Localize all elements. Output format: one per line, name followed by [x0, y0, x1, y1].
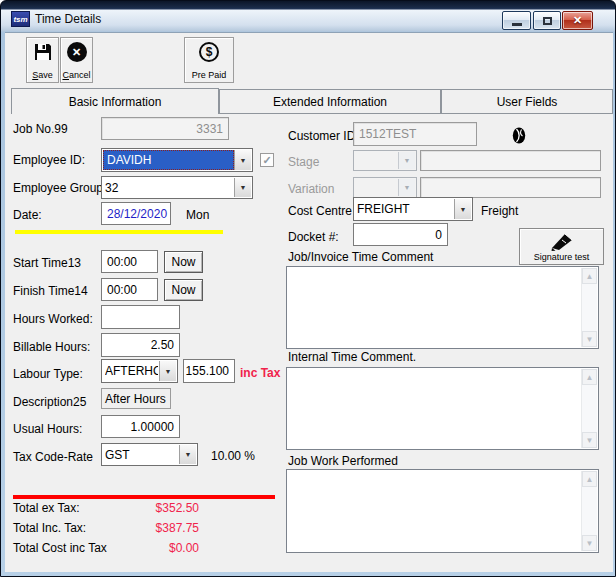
total-ex-tax-label: Total ex Tax: [13, 501, 79, 515]
labour-type-combobox[interactable]: AFTERHOU ▼ [101, 359, 178, 383]
stage-combobox: ▼ [353, 150, 417, 171]
close-icon: ✕ [573, 14, 582, 27]
finish-time-label: Finish Time14 [13, 284, 88, 298]
employee-group-dropdown-button[interactable]: ▼ [234, 178, 251, 197]
start-time-label: Start Time13 [13, 256, 81, 270]
scroll-down-icon[interactable]: ▼ [582, 432, 597, 448]
signature-test-label: Signature test [534, 252, 590, 262]
cancel-x-icon: ✕ [67, 42, 87, 62]
signature-pen-icon [551, 232, 573, 251]
employee-group-label: Employee Group [13, 181, 103, 195]
minimize-icon [512, 23, 522, 26]
description-label: Description25 [13, 395, 86, 409]
prepaid-label: Pre Paid [192, 70, 227, 80]
hours-worked-field[interactable] [101, 305, 180, 329]
save-floppy-icon [33, 42, 53, 62]
finish-time-field[interactable]: 00:00 [101, 278, 158, 301]
red-divider [13, 495, 275, 499]
scroll-down-icon[interactable]: ▼ [582, 331, 597, 347]
customer-id-label: Customer ID1 [288, 129, 362, 143]
scroll-up-icon[interactable]: ▲ [582, 471, 597, 487]
chevron-down-icon: ▼ [165, 368, 172, 375]
scroll-down-icon[interactable]: ▼ [582, 535, 597, 551]
tax-code-combobox[interactable]: GST ▼ [101, 443, 198, 466]
labour-type-value: AFTERHOU [105, 360, 158, 382]
stage-label: Stage [288, 155, 319, 169]
usual-hours-label: Usual Hours: [13, 422, 82, 436]
employee-id-dropdown-button[interactable]: ▼ [234, 150, 251, 170]
employee-group-value: 32 [105, 177, 233, 198]
scroll-up-icon[interactable]: ▲ [582, 268, 597, 284]
usual-hours-field[interactable]: 1.00000 [101, 415, 180, 438]
chevron-down-icon: ▼ [240, 157, 247, 164]
date-field[interactable]: 28/12/2020 [101, 202, 171, 225]
job-invoice-comment-label: Job/Invoice Time Comment [288, 250, 433, 264]
labour-type-dropdown-button[interactable]: ▼ [159, 361, 176, 381]
stage-description-field [420, 150, 601, 171]
tab-basic-label: Basic Information [69, 95, 162, 109]
employee-id-combobox[interactable]: DAVIDH ▼ [101, 148, 253, 172]
tab-user-fields-label: User Fields [497, 95, 558, 109]
maximize-icon [543, 17, 552, 25]
tax-code-label: Tax Code-Rate [13, 450, 93, 464]
billable-hours-field[interactable]: 2.50 [101, 333, 180, 357]
scroll-up-icon[interactable]: ▲ [582, 369, 597, 385]
signature-test-button[interactable]: Signature test [519, 228, 604, 265]
cost-centre-combobox[interactable]: FREIGHT ▼ [353, 197, 473, 221]
scrollbar[interactable]: ▲ ▼ [581, 369, 597, 448]
tax-rate-label: 10.00 % [211, 449, 255, 463]
time-details-window: tsm Time Details ✕ Save ✕ Cancel $ Pre P… [0, 0, 616, 577]
employee-group-combobox[interactable]: 32 ▼ [101, 176, 253, 199]
description-field: After Hours [101, 388, 171, 409]
save-button[interactable]: Save [26, 37, 59, 83]
yellow-divider [15, 230, 223, 234]
minimize-button[interactable] [502, 11, 531, 30]
date-day-label: Mon [186, 208, 209, 222]
job-invoice-comment-textarea[interactable]: ▲ ▼ [286, 266, 599, 349]
job-no-field: 3331 [101, 117, 229, 140]
app-icon: tsm [11, 11, 30, 27]
total-inc-tax-label: Total Inc. Tax: [13, 521, 86, 535]
finish-now-button[interactable]: Now [164, 279, 203, 301]
docket-field[interactable]: 0 [353, 223, 448, 246]
variation-label: Variation [288, 182, 334, 196]
date-label: Date: [13, 208, 42, 222]
labour-rate-field[interactable]: 155.100 [183, 359, 235, 383]
job-work-performed-textarea[interactable]: ▲ ▼ [286, 469, 599, 553]
cancel-button[interactable]: ✕ Cancel [60, 37, 93, 83]
tax-code-value: GST [105, 444, 178, 465]
tab-basic-information[interactable]: Basic Information [11, 88, 219, 114]
tax-code-dropdown-button[interactable]: ▼ [179, 445, 196, 464]
cancel-label: Cancel [62, 70, 90, 80]
chevron-down-icon: ▼ [460, 206, 467, 213]
variation-dropdown-button: ▼ [398, 179, 415, 196]
scrollbar[interactable]: ▲ ▼ [581, 268, 597, 347]
total-inc-tax-value: $387.75 [121, 521, 199, 535]
start-time-field[interactable]: 00:00 [101, 250, 158, 273]
chevron-down-icon: ▼ [240, 184, 247, 191]
prepaid-button[interactable]: $ Pre Paid [184, 37, 234, 83]
tab-user-fields[interactable]: User Fields [441, 89, 613, 113]
check-icon: ✓ [262, 154, 271, 167]
scrollbar[interactable]: ▲ ▼ [581, 471, 597, 551]
cost-centre-value: FREIGHT [357, 198, 453, 220]
inc-tax-label: inc Tax [240, 366, 280, 380]
internal-comment-textarea[interactable]: ▲ ▼ [286, 367, 599, 450]
job-no-label: Job No.99 [13, 122, 68, 136]
tab-extended-information[interactable]: Extended Information [219, 89, 441, 113]
maximize-button[interactable] [533, 11, 561, 30]
customer-id-field: 1512TEST [353, 122, 477, 146]
start-now-button[interactable]: Now [164, 251, 203, 273]
tab-extended-label: Extended Information [273, 95, 387, 109]
close-button[interactable]: ✕ [562, 11, 593, 30]
save-label: Save [32, 70, 53, 80]
chevron-down-icon: ▼ [185, 451, 192, 458]
hours-worked-label: Hours Worked: [13, 312, 93, 326]
billable-hours-label: Billable Hours: [13, 340, 90, 354]
job-work-performed-label: Job Work Performed [288, 454, 398, 468]
cost-centre-dropdown-button[interactable]: ▼ [454, 199, 471, 219]
cost-centre-label: Cost Centre 8 [288, 204, 362, 218]
dollar-icon: $ [199, 42, 219, 62]
employee-checkbox: ✓ [260, 153, 274, 167]
internal-comment-label: Internal Time Comment. [288, 350, 416, 364]
